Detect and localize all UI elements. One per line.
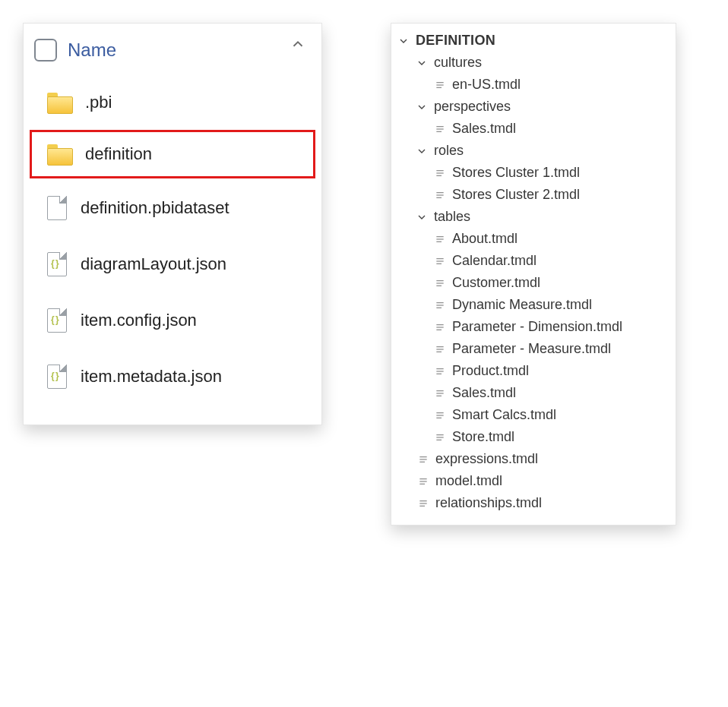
- file-lines-icon: [434, 365, 446, 377]
- tree-file-sales-tmdl[interactable]: Sales.tmdl: [394, 382, 668, 404]
- json-file-icon: { }: [47, 252, 67, 276]
- file-icon: [47, 196, 67, 220]
- file-lines-icon: [417, 497, 429, 510]
- explorer-header: Name: [28, 31, 317, 75]
- chevron-down-icon: [416, 101, 428, 113]
- tree-folder-label: perspectives: [434, 99, 511, 115]
- tree-file-parameter-dimension-tmdl[interactable]: Parameter - Dimension.tmdl: [394, 316, 668, 338]
- definition-tree: DEFINITION culturesen-US.tmdlperspective…: [391, 23, 676, 526]
- tree-file-parameter-measure-tmdl[interactable]: Parameter - Measure.tmdl: [394, 338, 668, 360]
- tree-root-label: DEFINITION: [416, 33, 495, 49]
- file-lines-icon: [434, 387, 446, 399]
- tree-file-stores-cluster-2-tmdl[interactable]: Stores Cluster 2.tmdl: [394, 184, 668, 206]
- explorer-item-label: definition: [85, 144, 152, 164]
- tree-file-sales-tmdl[interactable]: Sales.tmdl: [394, 118, 668, 140]
- tree-file-label: model.tmdl: [435, 473, 502, 489]
- explorer-item-item-config-json[interactable]: { }item.config.json: [30, 294, 315, 347]
- tree-file-label: expressions.tmdl: [435, 451, 538, 467]
- explorer-item--pbi[interactable]: .pbi: [30, 78, 315, 127]
- file-lines-icon: [434, 409, 446, 421]
- explorer-item-definition[interactable]: definition: [30, 130, 315, 178]
- file-lines-icon: [434, 431, 446, 443]
- tree-file-label: en-US.tmdl: [452, 77, 521, 93]
- explorer-item-definition-pbidataset[interactable]: definition.pbidataset: [30, 181, 315, 235]
- tree-file-product-tmdl[interactable]: Product.tmdl: [394, 360, 668, 382]
- tree-file-label: relationships.tmdl: [435, 495, 542, 511]
- tree-file-label: Dynamic Measure.tmdl: [452, 297, 592, 313]
- file-lines-icon: [434, 123, 446, 135]
- tree-file-label: Sales.tmdl: [452, 385, 516, 401]
- tree-file-label: Stores Cluster 1.tmdl: [452, 165, 580, 181]
- tree-file-label: Parameter - Dimension.tmdl: [452, 319, 622, 335]
- tree-file-label: Smart Calcs.tmdl: [452, 407, 556, 423]
- file-lines-icon: [434, 233, 446, 245]
- tree-folder-tables[interactable]: tables: [394, 206, 668, 228]
- column-header-name[interactable]: Name: [68, 39, 116, 61]
- tree-folder-cultures[interactable]: cultures: [394, 52, 668, 74]
- chevron-down-icon: [416, 211, 428, 223]
- select-all-checkbox[interactable]: [34, 39, 57, 62]
- tree-file-smart-calcs-tmdl[interactable]: Smart Calcs.tmdl: [394, 404, 668, 426]
- tree-root[interactable]: DEFINITION: [394, 30, 668, 52]
- tree-file-stores-cluster-1-tmdl[interactable]: Stores Cluster 1.tmdl: [394, 162, 668, 184]
- tree-file-calendar-tmdl[interactable]: Calendar.tmdl: [394, 250, 668, 272]
- file-lines-icon: [434, 343, 446, 355]
- file-lines-icon: [434, 255, 446, 267]
- chevron-down-icon: [416, 145, 428, 157]
- tree-file-label: Store.tmdl: [452, 429, 514, 445]
- file-lines-icon: [434, 167, 446, 179]
- explorer-item-item-metadata-json[interactable]: { }item.metadata.json: [30, 350, 315, 403]
- file-lines-icon: [434, 321, 446, 333]
- tree-file-label: Product.tmdl: [452, 363, 529, 379]
- tree-folder-perspectives[interactable]: perspectives: [394, 96, 668, 118]
- tree-file-label: About.tmdl: [452, 231, 518, 247]
- tree-folder-label: roles: [434, 143, 464, 159]
- tree-file-model-tmdl[interactable]: model.tmdl: [394, 470, 668, 492]
- file-lines-icon: [417, 453, 429, 466]
- file-lines-icon: [434, 277, 446, 289]
- tree-file-store-tmdl[interactable]: Store.tmdl: [394, 426, 668, 448]
- tree-folder-label: cultures: [434, 55, 482, 71]
- tree-file-customer-tmdl[interactable]: Customer.tmdl: [394, 272, 668, 294]
- tree-file-about-tmdl[interactable]: About.tmdl: [394, 228, 668, 250]
- tree-file-relationships-tmdl[interactable]: relationships.tmdl: [394, 492, 668, 514]
- tree-file-label: Calendar.tmdl: [452, 253, 537, 269]
- explorer-item-label: item.config.json: [81, 311, 197, 330]
- tree-folder-label: tables: [434, 209, 470, 225]
- file-lines-icon: [417, 475, 429, 488]
- tree-file-label: Stores Cluster 2.tmdl: [452, 187, 580, 203]
- tree-folder-roles[interactable]: roles: [394, 140, 668, 162]
- explorer-item-label: diagramLayout.json: [81, 254, 226, 274]
- explorer-rows: .pbidefinitiondefinition.pbidataset{ }di…: [28, 78, 317, 403]
- explorer-item-diagramlayout-json[interactable]: { }diagramLayout.json: [30, 238, 315, 291]
- tree-file-label: Sales.tmdl: [452, 121, 516, 137]
- tree-file-label: Customer.tmdl: [452, 275, 540, 291]
- sort-ascending-icon[interactable]: [290, 36, 306, 55]
- chevron-down-icon: [416, 57, 428, 69]
- chevron-down-icon: [397, 35, 410, 47]
- tree-file-expressions-tmdl[interactable]: expressions.tmdl: [394, 448, 668, 470]
- folder-icon: [47, 144, 71, 164]
- tree-file-en-us-tmdl[interactable]: en-US.tmdl: [394, 74, 668, 96]
- explorer-item-label: definition.pbidataset: [81, 198, 229, 218]
- file-lines-icon: [434, 299, 446, 311]
- tree-file-label: Parameter - Measure.tmdl: [452, 341, 611, 357]
- file-explorer: Name .pbidefinitiondefinition.pbidataset…: [23, 23, 322, 425]
- json-file-icon: { }: [47, 308, 67, 333]
- tree-body: culturesen-US.tmdlperspectivesSales.tmdl…: [394, 52, 668, 514]
- tree-file-dynamic-measure-tmdl[interactable]: Dynamic Measure.tmdl: [394, 294, 668, 316]
- file-lines-icon: [434, 189, 446, 201]
- explorer-item-label: item.metadata.json: [81, 367, 222, 387]
- explorer-item-label: .pbi: [85, 93, 112, 112]
- folder-icon: [47, 93, 71, 112]
- json-file-icon: { }: [47, 365, 67, 389]
- file-lines-icon: [434, 79, 446, 91]
